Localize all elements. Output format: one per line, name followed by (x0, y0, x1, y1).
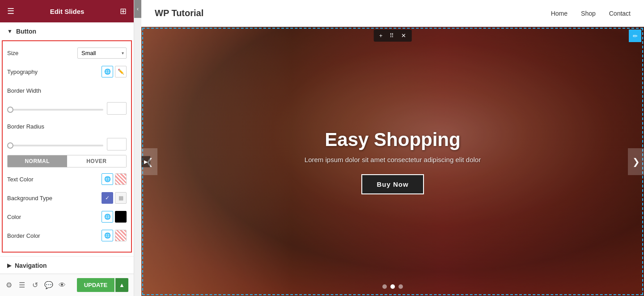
color-controls: 🌐 (102, 211, 127, 223)
normal-hover-tabs: NORMAL HOVER (7, 155, 127, 167)
text-color-globe-icon[interactable]: 🌐 (102, 173, 113, 185)
background-type-check-icon[interactable]: ✓ (102, 192, 113, 204)
border-radius-thumb[interactable] (7, 142, 13, 149)
main-layout: ☰ Edit Slides ⊞ ▼ Button Size Small (0, 0, 644, 296)
slide-close-btn[interactable]: ✕ (399, 31, 408, 40)
update-dropdown-arrow[interactable]: ▲ (115, 278, 128, 292)
button-settings-panel: Size Small Medium Large ▾ (2, 40, 132, 253)
background-type-image-icon[interactable]: ▦ (115, 192, 127, 204)
text-color-row: Text Color 🌐 (7, 172, 127, 186)
update-button[interactable]: UPDATE (77, 278, 114, 292)
button-section-arrow: ▼ (7, 28, 13, 34)
slider-preview: Easy Shopping Lorem ipsum dolor sit amet… (141, 27, 644, 296)
slide-top-toolbar: + ⠿ ✕ (374, 30, 412, 42)
update-button-group: UPDATE ▲ (77, 278, 128, 292)
text-color-controls: 🌐 (102, 173, 127, 185)
color-black-swatch[interactable] (115, 211, 127, 223)
slide-cta-button[interactable]: Buy Now (361, 174, 424, 194)
color-globe-icon[interactable]: 🌐 (102, 211, 113, 223)
comments-icon[interactable]: 💬 (44, 280, 53, 291)
slide-title: Easy Shopping (305, 129, 481, 150)
background-type-label: Background Type (7, 195, 102, 202)
border-color-controls: 🌐 (102, 230, 127, 241)
border-radius-slider-row (7, 138, 127, 150)
size-select[interactable]: Small Medium Large (77, 47, 127, 59)
size-control: Small Medium Large ▾ (77, 47, 127, 59)
settings-icon[interactable]: ⚙ (5, 280, 13, 291)
slide-image: Easy Shopping Lorem ipsum dolor sit amet… (141, 27, 644, 296)
slide-edit-button[interactable]: ✏ (629, 30, 641, 42)
typography-label: Typography (7, 69, 102, 75)
background-type-controls: ✓ ▦ (102, 192, 127, 204)
button-section-header[interactable]: ▼ Button (0, 22, 134, 40)
typography-controls: 🌐 ✏️ (102, 66, 127, 77)
typography-globe-icon[interactable]: 🌐 (102, 66, 113, 77)
history-icon[interactable]: ↺ (31, 280, 39, 291)
border-width-thumb[interactable] (7, 107, 13, 113)
sidebar: ☰ Edit Slides ⊞ ▼ Button Size Small (0, 0, 134, 296)
site-title: WP Tutorial (155, 8, 203, 18)
border-width-slider-row (7, 102, 127, 115)
dot-3[interactable] (398, 284, 403, 289)
border-radius-slider-container (7, 142, 103, 146)
nav-contact[interactable]: Contact (609, 10, 631, 17)
size-select-wrapper: Small Medium Large ▾ (77, 47, 127, 59)
dot-2[interactable] (390, 284, 395, 289)
sidebar-title: Edit Slides (50, 8, 85, 15)
sidebar-header: ☰ Edit Slides ⊞ (0, 0, 134, 22)
border-radius-input[interactable] (107, 138, 127, 150)
slide-subtitle: Lorem ipsum dolor sit amet consectetur a… (305, 156, 481, 163)
navigation-arrow-icon: ▶ (7, 262, 11, 269)
normal-tab[interactable]: NORMAL (8, 155, 67, 167)
border-width-track (7, 109, 103, 111)
border-color-row: Border Color 🌐 (7, 228, 127, 243)
color-label: Color (7, 214, 102, 220)
border-width-label: Border Width (7, 87, 127, 94)
dot-1[interactable] (382, 284, 387, 289)
slide-content: Easy Shopping Lorem ipsum dolor sit amet… (305, 129, 481, 194)
nav-home[interactable]: Home (551, 10, 568, 17)
eye-icon[interactable]: 👁 (59, 280, 66, 291)
size-label: Size (7, 50, 77, 56)
main-content: WP Tutorial Home Shop Contact Easy Shopp… (141, 0, 644, 296)
bottom-toolbar: ⚙ ☰ ↺ 💬 👁 UPDATE ▲ (0, 274, 134, 296)
border-width-slider-container (7, 106, 103, 111)
text-color-swatch[interactable] (115, 173, 127, 185)
wp-nav-links: Home Shop Contact (551, 10, 631, 17)
navigation-label: Navigation (15, 262, 47, 269)
border-radius-row: Border Radius (7, 119, 127, 133)
wp-navbar: WP Tutorial Home Shop Contact (141, 0, 644, 27)
text-color-label: Text Color (7, 176, 102, 183)
border-width-row: Border Width (7, 83, 127, 98)
navigation-section-header[interactable]: ▶ Navigation (0, 256, 134, 274)
border-radius-track (7, 145, 103, 146)
background-type-row: Background Type ✓ ▦ (7, 191, 127, 205)
slider-next-button[interactable]: ❯ (628, 148, 644, 175)
sidebar-content: ▼ Button Size Small Medium Large (0, 22, 134, 274)
color-row: Color 🌐 (7, 210, 127, 224)
slide-add-btn[interactable]: + (377, 31, 385, 40)
border-color-label: Border Color (7, 232, 102, 239)
slide-move-btn[interactable]: ⠿ (388, 31, 396, 40)
layers-icon[interactable]: ☰ (18, 280, 26, 291)
border-radius-label: Border Radius (7, 123, 127, 130)
size-row: Size Small Medium Large ▾ (7, 46, 127, 60)
button-section-label: Button (16, 28, 36, 35)
nav-shop[interactable]: Shop (581, 10, 596, 17)
hover-tab[interactable]: HOVER (67, 155, 127, 167)
panel-collapse-button[interactable]: ‹ (134, 0, 141, 18)
hamburger-icon[interactable]: ☰ (7, 6, 14, 16)
typography-pencil-icon[interactable]: ✏️ (115, 66, 127, 77)
typography-row: Typography 🌐 ✏️ (7, 64, 127, 79)
border-color-swatch[interactable] (115, 230, 127, 241)
border-color-globe-icon[interactable]: 🌐 (102, 230, 113, 241)
border-width-input[interactable] (107, 102, 127, 115)
slider-dots (382, 284, 403, 289)
grid-icon[interactable]: ⊞ (120, 6, 127, 16)
slide-number-indicator: ▶ (141, 156, 150, 167)
